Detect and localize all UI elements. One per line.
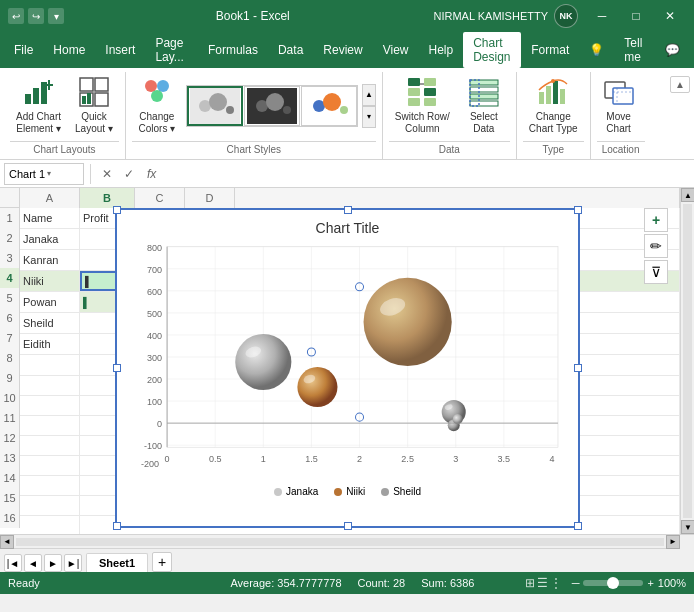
svg-rect-29 [424,78,436,86]
sheet-nav-next[interactable]: ► [44,554,62,572]
minimize-btn[interactable]: ─ [586,0,618,32]
chart-brush-btn[interactable]: ✏ [644,234,668,258]
chart-handle-bl[interactable] [113,522,121,530]
svg-rect-46 [167,247,558,447]
cell-a5[interactable]: Powan [20,292,80,312]
cell-a7[interactable]: Eidith [20,334,80,354]
sheet-nav: |◄ ◄ ► ►| [4,554,82,572]
cell-a1[interactable]: Name [20,208,80,228]
cell-a16[interactable] [20,516,80,534]
sheet-nav-prev[interactable]: ◄ [24,554,42,572]
menu-chartdesign[interactable]: Chart Design [463,32,521,68]
chart-style-2[interactable] [244,86,300,126]
cell-a2[interactable]: Janaka [20,229,80,249]
add-chart-element-btn[interactable]: Add ChartElement ▾ [10,72,67,139]
chart-handle-tc[interactable] [344,206,352,214]
svg-rect-10 [87,93,91,104]
zoom-minus-btn[interactable]: ─ [572,577,580,589]
chart-handle-tl[interactable] [113,206,121,214]
cell-a10[interactable] [20,396,80,416]
view-page-btn[interactable]: ⋮ [550,576,562,590]
chart-add-element-btn[interactable]: + [644,208,668,232]
quick-layout-btn[interactable]: QuickLayout ▾ [69,72,119,139]
scroll-left-btn[interactable]: ◄ [0,535,14,549]
menu-tellme[interactable]: Tell me [614,32,655,68]
h-scroll-thumb[interactable] [16,538,664,546]
formula-input[interactable] [164,163,690,185]
chart-handle-tr[interactable] [574,206,582,214]
scroll-right-btn[interactable]: ► [666,535,680,549]
cell-a3[interactable]: Kanran [20,250,80,270]
chart-style-3[interactable] [301,86,357,126]
menu-home[interactable]: Home [43,32,95,68]
vertical-scrollbar[interactable]: ▲ ▼ [680,188,694,534]
select-data-icon [468,76,500,108]
view-layout-btn[interactable]: ☰ [537,576,548,590]
change-colors-btn[interactable]: ChangeColors ▾ [132,72,182,139]
cell-a11[interactable] [20,416,80,436]
cancel-formula-btn[interactable]: ✕ [97,164,117,184]
style-scroll-up[interactable]: ▲ [362,84,376,106]
row-header-12: 12 [0,428,20,448]
scroll-thumb[interactable] [683,204,692,518]
chart-handle-mr[interactable] [574,364,582,372]
cell-a8[interactable] [20,355,80,375]
cell-a4[interactable]: Niiki [20,271,80,291]
menu-data[interactable]: Data [268,32,313,68]
cell-a14[interactable] [20,476,80,496]
chart-actions: + ✏ ⊽ [644,208,668,284]
scroll-down-btn[interactable]: ▼ [681,520,694,534]
switch-row-col-btn[interactable]: Switch Row/Column [389,72,456,139]
chart-handle-br[interactable] [574,522,582,530]
zoom-plus-btn[interactable]: + [647,577,653,589]
menu-insert[interactable]: Insert [95,32,145,68]
user-avatar: NK [554,4,578,28]
ribbon-group-data: Switch Row/Column SelectData [383,72,517,159]
menu-help[interactable]: Help [418,32,463,68]
move-chart-btn[interactable]: MoveChart [597,72,641,139]
chart-handle-bc[interactable] [344,522,352,530]
chart-style-1[interactable] [187,86,243,126]
redo-btn[interactable]: ↪ [28,8,44,24]
sheet-nav-last[interactable]: ►| [64,554,82,572]
add-sheet-btn[interactable]: + [152,552,172,572]
menu-comment[interactable]: 💬 [655,32,690,68]
style-scroll-more[interactable]: ▾ [362,106,376,128]
close-btn[interactable]: ✕ [654,0,686,32]
undo-btn[interactable]: ↩ [8,8,24,24]
scroll-up-btn[interactable]: ▲ [681,188,694,202]
cell-a13[interactable] [20,456,80,476]
select-data-btn[interactable]: SelectData [458,72,510,139]
horizontal-scrollbar[interactable]: ◄ ► [0,535,680,548]
menu-lightbulb[interactable]: 💡 [579,32,614,68]
menu-formulas[interactable]: Formulas [198,32,268,68]
ribbon-collapse-btn[interactable]: ▲ [670,76,690,93]
row-header-8: 8 [0,348,20,368]
confirm-formula-btn[interactable]: ✓ [119,164,139,184]
chart-handle-ml[interactable] [113,364,121,372]
sheet-nav-first[interactable]: |◄ [4,554,22,572]
cell-a6[interactable]: Sheild [20,313,80,333]
cell-a12[interactable] [20,436,80,456]
chart-container[interactable]: Chart Title [115,208,580,528]
name-box[interactable]: Chart 1 ▾ [4,163,84,185]
view-normal-btn[interactable]: ⊞ [525,576,535,590]
fx-label: fx [147,167,156,181]
change-chart-type-btn[interactable]: ChangeChart Type [523,72,584,139]
menu-file[interactable]: File [4,32,43,68]
row-header-3: 3 [0,248,20,268]
chart-filter-btn[interactable]: ⊽ [644,260,668,284]
sheet-tab-sheet1[interactable]: Sheet1 [86,553,148,572]
menu-view[interactable]: View [373,32,419,68]
menu-pagelayout[interactable]: Page Lay... [145,32,198,68]
menu-format[interactable]: Format [521,32,579,68]
menu-review[interactable]: Review [313,32,372,68]
name-box-dropdown-icon[interactable]: ▾ [47,169,51,178]
zoom-slider[interactable] [583,580,643,586]
cell-a9[interactable] [20,376,80,396]
col-header-b: B [80,188,135,208]
maximize-btn[interactable]: □ [620,0,652,32]
customize-btn[interactable]: ▾ [48,8,64,24]
cell-a15[interactable] [20,496,80,516]
svg-point-41 [551,79,555,83]
